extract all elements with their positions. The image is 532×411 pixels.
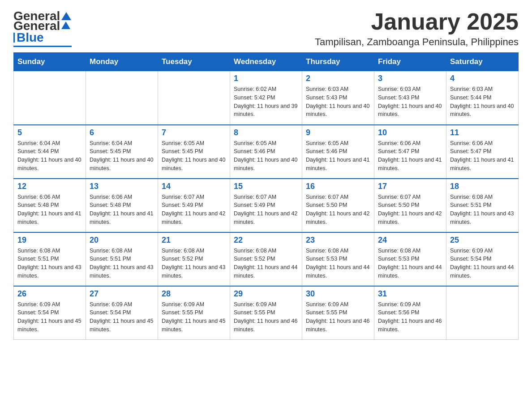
sunrise-text: Sunrise: 6:09 AM: [162, 300, 226, 309]
day-info: Sunrise: 6:09 AMSunset: 5:54 PMDaylight:…: [90, 300, 154, 334]
day-info: Sunrise: 6:08 AMSunset: 5:53 PMDaylight:…: [378, 247, 442, 280]
calendar-cell: 6Sunrise: 6:04 AMSunset: 5:45 PMDaylight…: [86, 125, 158, 179]
day-number: 15: [234, 182, 298, 191]
sunset-text: Sunset: 5:55 PM: [162, 308, 226, 317]
day-info: Sunrise: 6:08 AMSunset: 5:52 PMDaylight:…: [234, 247, 298, 280]
day-info: Sunrise: 6:08 AMSunset: 5:51 PMDaylight:…: [17, 247, 82, 280]
calendar-cell: 23Sunrise: 6:08 AMSunset: 5:53 PMDayligh…: [302, 232, 374, 286]
sunrise-text: Sunrise: 6:03 AM: [450, 85, 515, 94]
sunrise-text: Sunrise: 6:06 AM: [450, 139, 515, 148]
sunset-text: Sunset: 5:51 PM: [90, 255, 154, 263]
day-info: Sunrise: 6:08 AMSunset: 5:51 PMDaylight:…: [450, 193, 515, 227]
daylight-text: Daylight: 11 hours and 39 minutes.: [234, 102, 298, 119]
sunset-text: Sunset: 5:54 PM: [450, 255, 515, 263]
day-info: Sunrise: 6:06 AMSunset: 5:47 PMDaylight:…: [450, 139, 515, 173]
sunset-text: Sunset: 5:48 PM: [90, 201, 154, 210]
calendar-cell: 4Sunrise: 6:03 AMSunset: 5:44 PMDaylight…: [446, 71, 519, 125]
day-info: Sunrise: 6:09 AMSunset: 5:54 PMDaylight:…: [450, 247, 515, 280]
sunrise-text: Sunrise: 6:08 AM: [17, 247, 82, 255]
daylight-text: Daylight: 11 hours and 44 minutes.: [378, 263, 442, 280]
day-number: 24: [378, 235, 442, 245]
sunset-text: Sunset: 5:56 PM: [378, 308, 442, 317]
calendar-cell: 22Sunrise: 6:08 AMSunset: 5:52 PMDayligh…: [230, 232, 302, 286]
calendar-cell: 21Sunrise: 6:08 AMSunset: 5:52 PMDayligh…: [158, 232, 230, 286]
sunset-text: Sunset: 5:53 PM: [378, 255, 442, 263]
day-info: Sunrise: 6:03 AMSunset: 5:44 PMDaylight:…: [450, 85, 515, 119]
sunset-text: Sunset: 5:47 PM: [450, 147, 515, 156]
sunrise-text: Sunrise: 6:04 AM: [90, 139, 154, 148]
day-number: 21: [162, 235, 226, 245]
sunrise-text: Sunrise: 6:05 AM: [234, 139, 298, 148]
day-number: 9: [306, 128, 370, 137]
daylight-text: Daylight: 11 hours and 41 minutes.: [17, 210, 82, 227]
sunrise-text: Sunrise: 6:08 AM: [306, 247, 370, 255]
sunset-text: Sunset: 5:44 PM: [450, 94, 515, 102]
calendar-cell: 11Sunrise: 6:06 AMSunset: 5:47 PMDayligh…: [446, 125, 519, 179]
daylight-text: Daylight: 11 hours and 43 minutes.: [162, 263, 226, 280]
daylight-text: Daylight: 11 hours and 41 minutes.: [378, 156, 442, 173]
day-info: Sunrise: 6:05 AMSunset: 5:45 PMDaylight:…: [162, 139, 226, 173]
calendar-cell: 24Sunrise: 6:08 AMSunset: 5:53 PMDayligh…: [374, 232, 446, 286]
sunset-text: Sunset: 5:53 PM: [306, 255, 370, 263]
day-number: 30: [306, 289, 370, 299]
calendar-cell: 29Sunrise: 6:09 AMSunset: 5:55 PMDayligh…: [230, 286, 302, 340]
day-number: 7: [162, 128, 226, 137]
day-info: Sunrise: 6:04 AMSunset: 5:45 PMDaylight:…: [90, 139, 154, 173]
day-number: 10: [378, 128, 442, 137]
day-number: 25: [450, 235, 515, 245]
day-number: 12: [17, 182, 82, 191]
sunset-text: Sunset: 5:51 PM: [17, 255, 82, 263]
sunset-text: Sunset: 5:52 PM: [234, 255, 298, 263]
sunset-text: Sunset: 5:48 PM: [17, 201, 82, 210]
calendar-cell: 15Sunrise: 6:07 AMSunset: 5:49 PMDayligh…: [230, 179, 302, 232]
daylight-text: Daylight: 11 hours and 45 minutes.: [162, 317, 226, 334]
day-number: 6: [90, 128, 154, 137]
weekday-header-tuesday: Tuesday: [158, 53, 230, 71]
weekday-header-monday: Monday: [86, 53, 158, 71]
day-number: 13: [90, 182, 154, 191]
day-number: 20: [90, 235, 154, 245]
daylight-text: Daylight: 11 hours and 40 minutes.: [378, 102, 442, 119]
weekday-header-thursday: Thursday: [302, 53, 374, 71]
calendar-cell: 25Sunrise: 6:09 AMSunset: 5:54 PMDayligh…: [446, 232, 519, 286]
page-header: General General Blue January 2025 Tampil…: [13, 9, 519, 48]
sunrise-text: Sunrise: 6:05 AM: [306, 139, 370, 148]
day-number: 14: [162, 182, 226, 191]
calendar-cell: 30Sunrise: 6:09 AMSunset: 5:55 PMDayligh…: [302, 286, 374, 340]
day-info: Sunrise: 6:03 AMSunset: 5:43 PMDaylight:…: [378, 85, 442, 119]
sunrise-text: Sunrise: 6:07 AM: [306, 193, 370, 201]
day-info: Sunrise: 6:02 AMSunset: 5:42 PMDaylight:…: [234, 85, 298, 119]
day-info: Sunrise: 6:06 AMSunset: 5:48 PMDaylight:…: [90, 193, 154, 227]
week-row-1: 1Sunrise: 6:02 AMSunset: 5:42 PMDaylight…: [14, 71, 519, 125]
daylight-text: Daylight: 11 hours and 40 minutes.: [17, 156, 82, 173]
logo-blue-label: Blue: [17, 30, 44, 45]
day-number: 5: [17, 128, 82, 137]
sunset-text: Sunset: 5:45 PM: [90, 147, 154, 156]
calendar-cell: 10Sunrise: 6:06 AMSunset: 5:47 PMDayligh…: [374, 125, 446, 179]
calendar-cell: 28Sunrise: 6:09 AMSunset: 5:55 PMDayligh…: [158, 286, 230, 340]
sunset-text: Sunset: 5:43 PM: [306, 94, 370, 102]
calendar-cell: [86, 71, 158, 125]
sunset-text: Sunset: 5:54 PM: [90, 308, 154, 317]
sunrise-text: Sunrise: 6:09 AM: [234, 300, 298, 309]
calendar-cell: 5Sunrise: 6:04 AMSunset: 5:44 PMDaylight…: [14, 125, 86, 179]
sunrise-text: Sunrise: 6:07 AM: [378, 193, 442, 201]
day-number: 23: [306, 235, 370, 245]
sunrise-text: Sunrise: 6:03 AM: [306, 85, 370, 94]
calendar-cell: [158, 71, 230, 125]
calendar-title: January 2025: [315, 9, 519, 34]
logo-underline: [13, 46, 72, 47]
sunrise-text: Sunrise: 6:08 AM: [378, 247, 442, 255]
daylight-text: Daylight: 11 hours and 41 minutes.: [306, 156, 370, 173]
day-info: Sunrise: 6:09 AMSunset: 5:55 PMDaylight:…: [162, 300, 226, 334]
calendar-subtitle: Tampilisan, Zamboanga Peninsula, Philipp…: [315, 36, 519, 48]
day-number: 16: [306, 182, 370, 191]
sunset-text: Sunset: 5:49 PM: [234, 201, 298, 210]
calendar-table: SundayMondayTuesdayWednesdayThursdayFrid…: [13, 52, 519, 340]
sunset-text: Sunset: 5:50 PM: [378, 201, 442, 210]
daylight-text: Daylight: 11 hours and 46 minutes.: [234, 317, 298, 334]
calendar-cell: 1Sunrise: 6:02 AMSunset: 5:42 PMDaylight…: [230, 71, 302, 125]
day-info: Sunrise: 6:09 AMSunset: 5:55 PMDaylight:…: [306, 300, 370, 334]
sunrise-text: Sunrise: 6:02 AM: [234, 85, 298, 94]
daylight-text: Daylight: 11 hours and 46 minutes.: [306, 317, 370, 334]
